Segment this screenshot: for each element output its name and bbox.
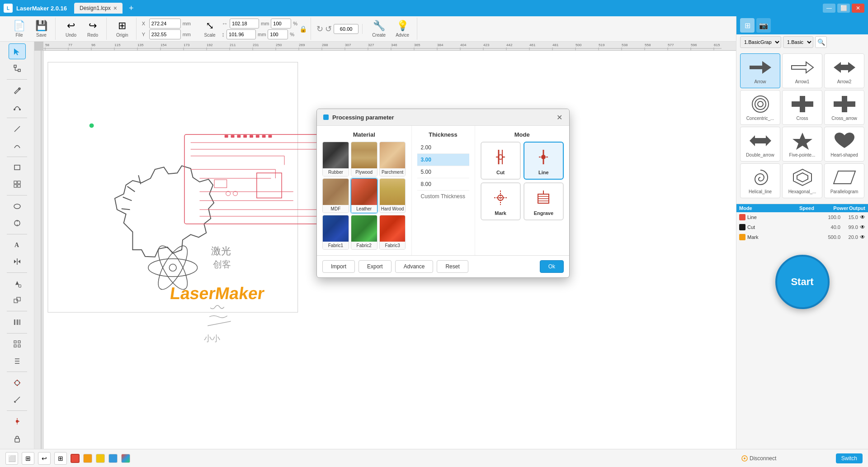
thickness-8mm[interactable]: 8.00 bbox=[417, 178, 469, 191]
mode-cut[interactable]: Cut bbox=[481, 142, 521, 180]
shape-subcategory-select[interactable]: 1.Basic bbox=[783, 36, 813, 48]
layer-row-line[interactable]: Line 100.0 15.0 👁 bbox=[736, 212, 868, 222]
disconnect-button[interactable]: Disconnect bbox=[741, 455, 776, 462]
shape-search-button[interactable]: 🔍 bbox=[815, 36, 827, 48]
shape-item-cross[interactable]: Cross bbox=[782, 90, 822, 125]
pen-tool-button[interactable] bbox=[9, 82, 26, 98]
measure-tool-button[interactable] bbox=[9, 391, 26, 407]
advice-button[interactable]: 💡 Advice bbox=[392, 18, 413, 40]
y-input[interactable] bbox=[149, 29, 181, 39]
rect-tool-button[interactable] bbox=[9, 159, 26, 175]
select-tool-button[interactable] bbox=[9, 43, 26, 59]
shape-item-parallelogram[interactable]: Parallelogram bbox=[824, 163, 864, 198]
mode-line[interactable]: Line bbox=[524, 142, 564, 180]
line-tool-button[interactable] bbox=[9, 121, 26, 137]
tab-close-btn[interactable]: × bbox=[113, 5, 117, 12]
minimize-button[interactable]: — bbox=[823, 4, 835, 13]
close-button[interactable]: ✕ bbox=[852, 4, 864, 13]
save-button[interactable]: 💾 Save bbox=[31, 18, 52, 40]
layer-row-mark[interactable]: Mark 500.0 20.0 👁 bbox=[736, 232, 868, 242]
maximize-button[interactable]: ⬜ bbox=[837, 4, 850, 13]
height-input[interactable] bbox=[226, 29, 256, 39]
material-rubber[interactable]: Rubber bbox=[322, 142, 349, 176]
thickness-2mm[interactable]: 2.00 bbox=[417, 142, 469, 154]
dialog-close-button[interactable]: ✕ bbox=[555, 113, 564, 122]
ellipse-tool-button[interactable] bbox=[9, 198, 26, 214]
barcode-tool-button[interactable] bbox=[9, 314, 26, 330]
custom-thickness[interactable]: Custom Thickness bbox=[417, 191, 469, 202]
layer-eye-cut[interactable]: 👁 bbox=[860, 224, 865, 230]
fill-tool-button[interactable] bbox=[9, 276, 26, 291]
scale-button[interactable]: ⤡ Scale bbox=[200, 18, 220, 40]
color-blue-swatch[interactable] bbox=[108, 454, 118, 463]
lock-icon[interactable]: 🔒 bbox=[299, 25, 307, 33]
shape-item-double-arrow[interactable]: Double_arrow bbox=[740, 127, 780, 162]
material-leather[interactable]: Leather bbox=[351, 178, 377, 213]
x-input[interactable] bbox=[149, 19, 181, 29]
material-mdf[interactable]: MDF bbox=[322, 178, 349, 213]
undo-btn2[interactable]: ↩ bbox=[38, 452, 51, 465]
ok-button[interactable]: Ok bbox=[540, 260, 564, 273]
width-pct-input[interactable] bbox=[271, 19, 291, 29]
color-gradient-swatch[interactable] bbox=[121, 454, 130, 463]
shape-category-select[interactable]: 1.BasicGrap bbox=[740, 36, 781, 48]
mode-engrave[interactable]: Engrave bbox=[524, 182, 564, 220]
switch-button[interactable]: Switch bbox=[836, 453, 863, 463]
shape-item-cross-arrow[interactable]: Cross_arrow bbox=[824, 90, 864, 125]
shape-item-hexagonal[interactable]: Hexagonal_... bbox=[782, 163, 822, 198]
bezier-tool-button[interactable] bbox=[9, 99, 26, 115]
undo-button[interactable]: ↩ Undo bbox=[61, 18, 81, 40]
material-fabric2[interactable]: Fabric2 bbox=[351, 215, 377, 250]
grid-btn2[interactable]: ⊞ bbox=[54, 452, 67, 465]
node-edit-button[interactable] bbox=[9, 60, 26, 76]
material-plywood[interactable]: Plywood bbox=[351, 142, 377, 176]
layer-row-cut[interactable]: Cut 40.0 99.0 👁 bbox=[736, 222, 868, 232]
shape-mode-button[interactable]: ⊞ bbox=[740, 18, 755, 33]
layer-eye-line[interactable]: 👁 bbox=[860, 214, 865, 220]
lock-workspace-button[interactable] bbox=[9, 431, 26, 447]
redo-button[interactable]: ↪ Redo bbox=[83, 18, 103, 40]
new-tab-button[interactable]: + bbox=[126, 4, 137, 13]
material-fabric3[interactable]: Fabric3 bbox=[379, 215, 406, 250]
camera-button[interactable]: 📷 bbox=[756, 18, 771, 33]
export-button[interactable]: Export bbox=[359, 260, 392, 273]
shape-item-arrow2[interactable]: Arrow2 bbox=[824, 53, 864, 88]
color-red-swatch[interactable] bbox=[71, 454, 80, 463]
laser-tool-button[interactable] bbox=[9, 414, 26, 429]
shape-item-concentric[interactable]: Concentric_... bbox=[740, 90, 780, 125]
reset-button[interactable]: Reset bbox=[437, 260, 468, 273]
curve-tool-button[interactable] bbox=[9, 138, 26, 153]
layer-eye-mark[interactable]: 👁 bbox=[860, 234, 865, 240]
create-button[interactable]: 🔧 Create bbox=[368, 18, 390, 40]
origin-button[interactable]: ⊞ Origin bbox=[112, 18, 132, 40]
thickness-3mm[interactable]: 3.00 bbox=[417, 154, 469, 166]
import-button[interactable]: Import bbox=[322, 260, 355, 273]
shape-item-helical[interactable]: Helical_line bbox=[740, 163, 780, 198]
material-hardwood[interactable]: Hard Wood bbox=[379, 178, 406, 213]
shape-item-heart[interactable]: Heart-shaped bbox=[824, 127, 864, 162]
file-button[interactable]: 📄 File bbox=[9, 18, 29, 40]
shape-item-arrow1[interactable]: Arrow1 bbox=[782, 53, 822, 88]
width-input[interactable] bbox=[230, 19, 259, 29]
mirror-tool-button[interactable] bbox=[9, 254, 26, 270]
material-fabric1[interactable]: Fabric1 bbox=[322, 215, 349, 250]
active-tab[interactable]: Design1.lcpx × bbox=[74, 3, 123, 14]
laser-origin-button[interactable] bbox=[9, 375, 26, 391]
material-parchment[interactable]: Parchment bbox=[379, 142, 406, 176]
grid-tool-button[interactable] bbox=[9, 176, 26, 192]
color-orange-swatch[interactable] bbox=[83, 454, 92, 463]
mode-mark[interactable]: Mark bbox=[481, 182, 521, 220]
snap-tool-button[interactable] bbox=[9, 215, 26, 231]
text-tool-button[interactable]: A bbox=[9, 237, 26, 253]
select-all-button[interactable]: ⊞ bbox=[22, 452, 34, 465]
shape-item-five-pointed[interactable]: Five-pointe... bbox=[782, 127, 822, 162]
thickness-5mm[interactable]: 5.00 bbox=[417, 166, 469, 178]
select-rect-button[interactable]: ⬜ bbox=[5, 452, 18, 465]
start-button[interactable]: Start bbox=[775, 255, 830, 309]
shape-item-arrow[interactable]: Arrow bbox=[740, 53, 780, 88]
align-tool-button[interactable] bbox=[9, 353, 26, 369]
rotate-input[interactable] bbox=[334, 24, 359, 34]
edit-tool-button[interactable] bbox=[9, 292, 26, 308]
advance-button[interactable]: Advance bbox=[395, 260, 434, 273]
height-pct-input[interactable] bbox=[268, 29, 288, 39]
